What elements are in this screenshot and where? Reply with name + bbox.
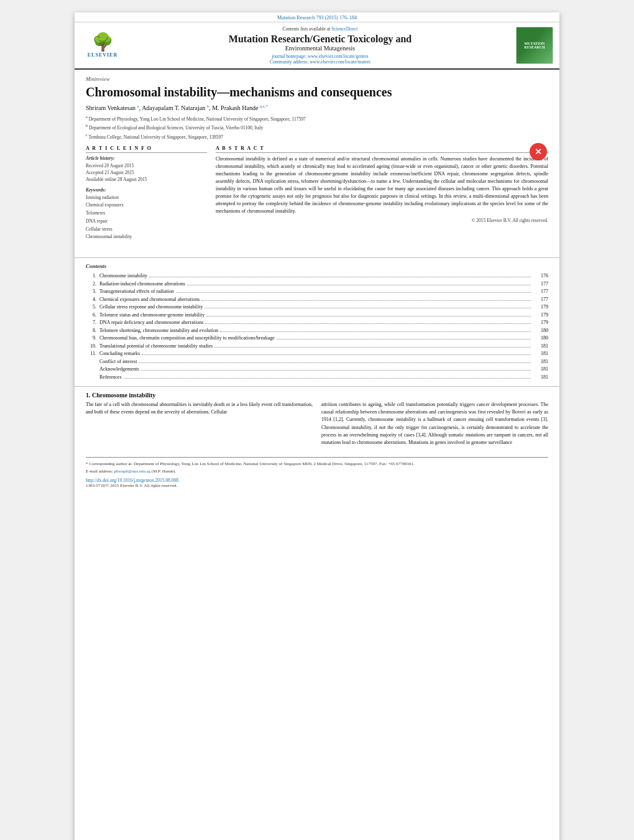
contents-dots-11 <box>142 349 531 355</box>
contents-row-1: 1. Chromosome instability 176 <box>86 272 548 279</box>
article-type-label: Minireview <box>86 76 548 82</box>
contents-page-6: 179 <box>533 312 548 318</box>
journal-header: 🌳 ELSEVIER Contents lists available at S… <box>75 22 559 70</box>
keyword-3: Telomeres <box>86 210 207 218</box>
contents-label-11: Concluding remarks <box>99 351 140 356</box>
contents-row-8: 8. Telomere shortening, chromosome insta… <box>86 326 548 333</box>
contents-row-3: 3. Transgenerational effects of radiatio… <box>86 287 548 294</box>
keyword-1: Ionising radiation <box>86 194 207 202</box>
contents-page-coi: 181 <box>533 359 548 364</box>
article-dates: Received 20 August 2015 Accepted 21 Augu… <box>86 162 207 183</box>
contents-label-8: Telomere shortening, chromosome instabil… <box>99 328 218 333</box>
journal-citation: Mutation Research 793 (2015) 176–184 <box>277 15 357 21</box>
keyword-2: Chemical exposures <box>86 201 207 210</box>
contents-label-1: Chromosome instability <box>99 273 147 279</box>
section-1-text: The fate of a cell with chromosomal abno… <box>86 401 548 447</box>
contents-num-1: 1. <box>86 273 99 279</box>
contents-label-6: Telomere status and chromosome-genome in… <box>99 312 204 318</box>
contents-dots-10 <box>214 342 531 348</box>
section-1-left: The fate of a cell with chromosomal abno… <box>86 401 313 447</box>
article-info-header: A R T I C L E I N F O <box>86 145 207 153</box>
contents-page-8: 180 <box>533 328 548 333</box>
contents-page-10: 181 <box>533 343 548 349</box>
contents-label-ack: Acknowledgements <box>99 366 139 372</box>
contents-row-9: 9. Chromosomal bias, chromatin compositi… <box>86 334 548 341</box>
doi-line[interactable]: http://dx.doi.org/10.1016/j.mrgentox.201… <box>86 478 548 483</box>
issn-line: 1383-5718/© 2015 Elsevier B.V. All right… <box>86 483 548 488</box>
contents-dots-1 <box>149 272 531 277</box>
journal-links: journal homepage: www.elsevier.com/locat… <box>124 53 516 65</box>
accepted-date: Accepted 21 August 2015 <box>86 170 134 175</box>
contents-row-ack: Acknowledgements 181 <box>86 365 548 372</box>
keyword-6: Chromosomal instability <box>86 233 207 241</box>
contents-title: Contents <box>86 263 548 269</box>
contents-row-6: 6. Telomere status and chromosome-genome… <box>86 311 548 318</box>
contents-dots-3 <box>176 287 531 293</box>
footnote-corresponding: * Corresponding author at: Department of… <box>86 461 548 468</box>
contents-table: 1. Chromosome instability 176 2. Radiati… <box>86 272 548 380</box>
article-info-abstract: A R T I C L E I N F O Article history: R… <box>86 145 548 241</box>
contents-dots-4 <box>201 295 531 301</box>
contents-label-3: Transgenerational effects of radiation <box>99 288 174 294</box>
contents-row-10: 10. Translational potential of chromosom… <box>86 342 548 349</box>
contents-section: Contents 1. Chromosome instability 176 2… <box>75 263 559 380</box>
abstract-col: A B S T R A C T Chromosomal instability … <box>216 145 548 241</box>
elsevier-logo: 🌳 ELSEVIER <box>81 34 124 58</box>
contents-row-11: 11. Concluding remarks 181 <box>86 349 548 356</box>
journal-name-line2: Environmental Mutagenesis <box>124 45 516 52</box>
contents-row-2: 2. Radiation-induced chromosome alterati… <box>86 280 548 287</box>
contents-num-3: 3. <box>86 288 99 294</box>
contents-dots-8 <box>220 326 531 332</box>
footnote-email: E-mail address: phsruph@nus.edu.sg (M.P.… <box>86 468 548 475</box>
contents-label-9: Chromosomal bias, chromatin composition … <box>99 335 275 341</box>
journal-cover-image: MUTATION RESEARCH <box>516 27 553 64</box>
affiliation-b: b Department of Ecological and Biologica… <box>86 122 548 131</box>
journal-top-bar: Mutation Research 793 (2015) 176–184 <box>75 12 559 22</box>
contents-page-11: 181 <box>533 351 548 356</box>
contents-label-2: Radiation-induced chromosome alterations <box>99 281 185 287</box>
divider-2 <box>75 386 559 387</box>
keyword-5: Cellular stress <box>86 226 207 234</box>
contents-page-2: 177 <box>533 281 548 287</box>
contents-dots-7 <box>205 318 531 324</box>
crossmark-icon[interactable]: ✕ <box>530 143 547 160</box>
contents-label-4: Chemical exposures and chromosomal aberr… <box>99 297 200 302</box>
contents-num-4: 4. <box>86 297 99 302</box>
abstract-text: Chromosomal instability is defined as a … <box>216 155 548 215</box>
contents-page-ack: 181 <box>533 366 548 372</box>
article-title: Chromosomal instability—mechanisms and c… <box>86 85 548 99</box>
elsevier-brand: ELSEVIER <box>88 52 117 58</box>
contents-label-coi: Conflict of interest <box>99 359 137 364</box>
contents-label-10: Translational potential of chromosome in… <box>99 343 213 349</box>
affiliation-c: c Tembusu College, National University o… <box>86 132 548 141</box>
copyright-line: © 2015 Elsevier B.V. All rights reserved… <box>216 218 548 223</box>
authors-text: Shriram Venkatesan a, Adayapalam T. Nata… <box>86 104 268 111</box>
authors-line: Shriram Venkatesan a, Adayapalam T. Nata… <box>86 103 548 111</box>
contents-num-11: 11. <box>86 351 99 356</box>
abstract-header: A B S T R A C T <box>216 145 548 153</box>
page: Mutation Research 793 (2015) 176–184 🌳 E… <box>75 12 559 840</box>
sciencedirect-line: Contents lists available at ScienceDirec… <box>124 26 516 32</box>
contents-row-ref: References 181 <box>86 373 548 380</box>
contents-row-4: 4. Chemical exposures and chromosomal ab… <box>86 295 548 302</box>
footnote-section: * Corresponding author at: Department of… <box>86 457 548 488</box>
elsevier-tree-icon: 🌳 <box>92 34 114 51</box>
section-1-right: attrition contributes to ageing, while c… <box>321 401 548 447</box>
contents-row-7: 7. DNA repair deficiency and chromosome … <box>86 318 548 325</box>
section-1-title: 1. Chromosome instability <box>86 392 548 399</box>
contents-num-6: 6. <box>86 312 99 318</box>
contents-label-ref: References <box>99 374 122 380</box>
email-link[interactable]: phsruph@nus.edu.sg <box>114 469 151 474</box>
contents-dots-2 <box>187 280 531 285</box>
affiliations: a Department of Physiology, Yong Loo Lin… <box>86 114 548 141</box>
history-label: Article history: <box>86 155 207 161</box>
section-1-right-para: attrition contributes to ageing, while c… <box>321 401 548 447</box>
contents-num-2: 2. <box>86 281 99 287</box>
contents-dots-9 <box>277 334 531 339</box>
contents-label-7: DNA repair deficiency and chromosome abe… <box>99 320 203 325</box>
contents-row-coi: Conflict of interest 181 <box>86 358 548 364</box>
received-date: Received 20 August 2015 <box>86 163 134 168</box>
contents-row-5: 5. Cellular stress response and chromoso… <box>86 303 548 310</box>
affiliation-a: a Department of Physiology, Yong Loo Lin… <box>86 114 548 122</box>
contents-page-5: 179 <box>533 304 548 310</box>
